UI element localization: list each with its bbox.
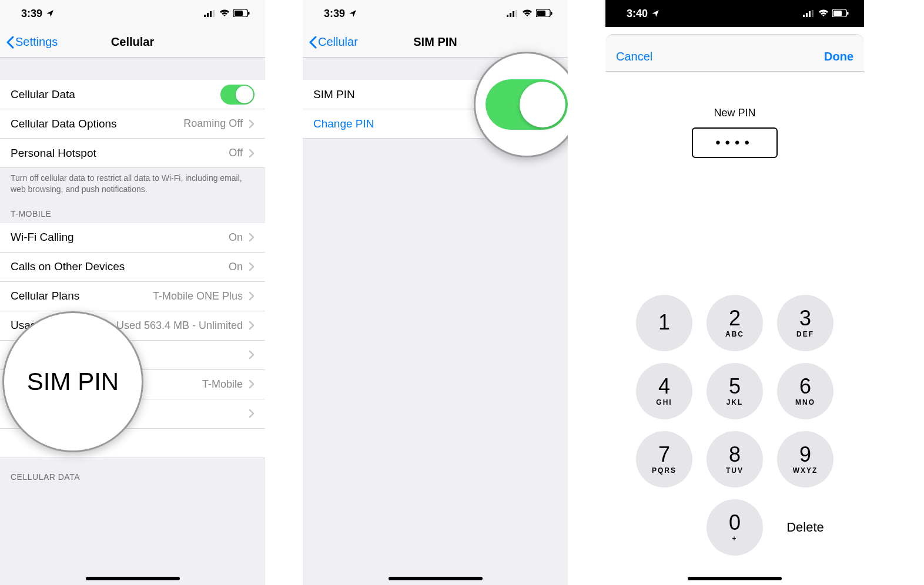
chevron-right-icon xyxy=(249,262,255,271)
location-icon xyxy=(349,9,357,18)
row-cellular-data[interactable]: Cellular Data xyxy=(0,80,265,109)
chevron-right-icon xyxy=(249,291,255,301)
pin-entry: New PIN •••• xyxy=(605,72,864,158)
key-num: 8 xyxy=(729,444,741,465)
cell-label: Cellular Data xyxy=(11,88,220,101)
done-button[interactable]: Done xyxy=(824,50,853,63)
magnifier-label: SIM PIN xyxy=(27,368,119,396)
battery-icon xyxy=(233,8,250,20)
row-calls-other-devices[interactable]: Calls on Other Devices On xyxy=(0,253,265,282)
chevron-right-icon xyxy=(249,409,255,418)
location-icon xyxy=(651,9,659,18)
key-6[interactable]: 6MNO xyxy=(777,363,833,419)
key-0[interactable]: 0+ xyxy=(707,499,763,556)
signal-icon xyxy=(803,8,815,20)
key-sub: JKL xyxy=(727,398,744,406)
svg-rect-17 xyxy=(812,10,813,17)
key-sub: TUV xyxy=(726,466,744,475)
key-num: 9 xyxy=(799,444,811,465)
row-cellular-data-options[interactable]: Cellular Data Options Roaming Off xyxy=(0,109,265,139)
key-8[interactable]: 8TUV xyxy=(707,431,763,488)
back-button[interactable]: Cellular xyxy=(303,35,358,49)
magnifier-toggle xyxy=(474,52,568,157)
modal-grabber xyxy=(605,34,864,42)
chevron-right-icon xyxy=(249,379,255,389)
row-wifi-calling[interactable]: Wi-Fi Calling On xyxy=(0,223,265,253)
cell-label: Cellular Plans xyxy=(11,290,153,302)
key-sub: + xyxy=(732,534,737,543)
back-button[interactable]: Settings xyxy=(0,35,58,49)
chevron-right-icon xyxy=(249,119,255,129)
key-2[interactable]: 2ABC xyxy=(707,295,763,351)
key-9[interactable]: 9WXYZ xyxy=(777,431,833,488)
key-3[interactable]: 3DEF xyxy=(777,295,833,351)
key-5[interactable]: 5JKL xyxy=(707,363,763,419)
svg-rect-13 xyxy=(551,12,553,15)
section-header-carrier: T-MOBILE xyxy=(0,195,265,223)
key-sub: DEF xyxy=(796,330,814,338)
key-delete[interactable]: Delete xyxy=(777,499,833,556)
svg-rect-6 xyxy=(248,12,250,15)
modal-nav: Cancel Done xyxy=(605,42,864,72)
home-indicator xyxy=(389,577,483,580)
toggle-cellular-data[interactable] xyxy=(220,85,255,105)
pin-field[interactable]: •••• xyxy=(692,127,778,158)
home-indicator xyxy=(86,577,180,580)
svg-rect-14 xyxy=(803,15,805,17)
key-num: 0 xyxy=(729,512,741,533)
svg-rect-5 xyxy=(235,11,243,16)
key-7[interactable]: 7PQRS xyxy=(636,431,692,488)
signal-icon xyxy=(507,8,518,20)
key-num: 6 xyxy=(799,376,811,397)
wifi-icon xyxy=(219,8,230,20)
cell-value: Roaming Off xyxy=(183,117,243,130)
gap xyxy=(568,0,605,585)
svg-rect-0 xyxy=(204,15,206,17)
svg-rect-7 xyxy=(507,15,508,17)
status-bar: 3:40 xyxy=(605,0,864,27)
svg-rect-8 xyxy=(510,13,511,17)
svg-rect-15 xyxy=(806,13,808,17)
svg-rect-9 xyxy=(513,11,514,17)
key-num: 7 xyxy=(658,444,670,465)
back-label: Settings xyxy=(15,35,58,49)
key-sub: ABC xyxy=(725,330,744,338)
chevron-right-icon xyxy=(249,149,255,158)
wifi-icon xyxy=(522,8,533,20)
chevron-right-icon xyxy=(249,350,255,359)
key-blank xyxy=(636,499,692,556)
keypad: 1 2ABC 3DEF 4GHI 5JKL 6MNO 7PQRS 8TUV 9W… xyxy=(605,295,864,567)
key-1[interactable]: 1 xyxy=(636,295,692,351)
key-num: 3 xyxy=(799,308,811,329)
footer-note: Turn off cellular data to restrict all d… xyxy=(0,168,265,195)
key-sub: PQRS xyxy=(652,466,677,475)
screen-sim-pin: 3:39 Cellular SIM PIN SIM PIN Change PIN xyxy=(303,0,568,585)
cancel-button[interactable]: Cancel xyxy=(616,50,652,63)
row-cellular-plans[interactable]: Cellular Plans T-Mobile ONE Plus xyxy=(0,282,265,311)
svg-rect-1 xyxy=(207,13,209,17)
back-label: Cellular xyxy=(318,35,358,49)
magnifier-toggle-graphic xyxy=(486,79,568,130)
svg-rect-12 xyxy=(537,11,545,16)
row-personal-hotspot[interactable]: Personal Hotspot Off xyxy=(0,139,265,168)
key-num: 1 xyxy=(658,312,670,333)
cell-value: T-Mobile xyxy=(202,378,243,391)
cell-value: On xyxy=(229,231,243,244)
screen-new-pin: 3:40 Cancel Done New PIN •••• 1 2ABC 3DE… xyxy=(605,0,864,585)
nav-bar: Settings Cellular xyxy=(0,27,265,58)
key-4[interactable]: 4GHI xyxy=(636,363,692,419)
new-pin-label: New PIN xyxy=(605,107,864,119)
wifi-icon xyxy=(818,8,829,20)
signal-icon xyxy=(204,8,216,20)
svg-rect-20 xyxy=(847,12,849,15)
status-time: 3:39 xyxy=(324,8,345,20)
screen-cellular: 3:39 Settings Cellular Cellular Data Cel… xyxy=(0,0,265,585)
cell-value: Off xyxy=(229,147,243,159)
cell-value: T-Mobile ONE Plus xyxy=(153,290,243,302)
cell-label: Calls on Other Devices xyxy=(11,260,229,273)
battery-icon xyxy=(832,8,849,20)
section-header-cellular-data: CELLULAR DATA xyxy=(0,458,265,486)
cell-label: Cellular Data Options xyxy=(11,117,183,130)
key-sub: MNO xyxy=(795,398,815,406)
svg-rect-16 xyxy=(809,11,811,17)
